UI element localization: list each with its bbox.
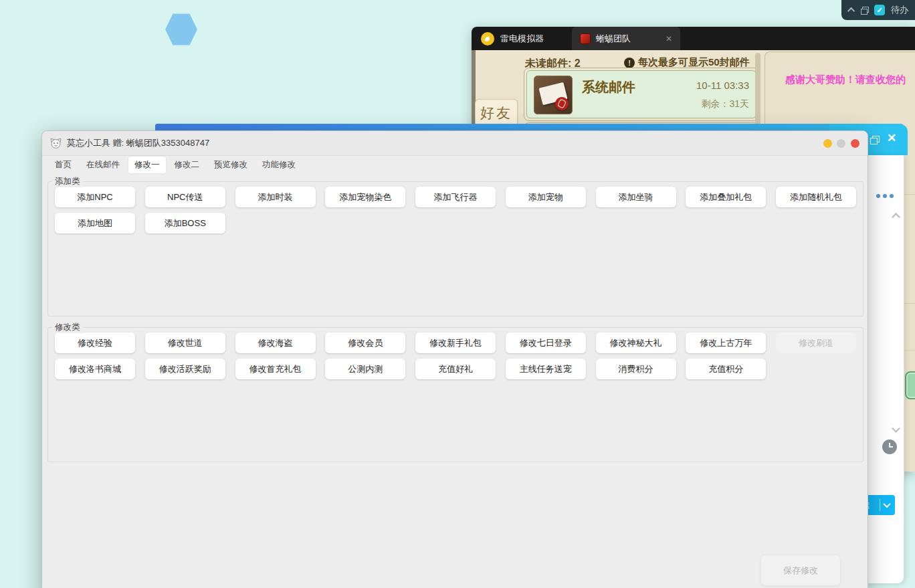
tool-action-button[interactable]: 修改上古万年 [686,332,766,353]
collapse-chevron-icon[interactable] [847,7,855,15]
save-changes-button: 保存修改 [761,555,840,585]
scroll-up-chevron-icon[interactable] [892,213,900,221]
mail-envelope-icon [534,76,573,114]
chat-maximize-icon[interactable] [870,136,878,143]
modify-buttons-grid: 修改经验修改世道修改海盗修改会员修改新手礼包修改七日登录修改神秘大礼修改上古万年… [48,328,863,384]
tool-action-button[interactable]: 充值积分 [686,359,766,379]
tool-action-button[interactable]: 添加地图 [55,213,135,233]
warning-icon: ! [624,58,635,68]
mail-list-scrollbar[interactable] [755,53,760,128]
tool-action-button[interactable]: 添加时装 [235,187,316,207]
tool-action-button[interactable]: 添加宠物染色 [325,187,405,207]
ldplayer-logo-icon [481,32,494,45]
add-buttons-grid: 添加NPCNPC传送添加时装添加宠物染色添加飞行器添加宠物添加坐骑添加叠加礼包添… [48,182,863,238]
game-app-icon [580,33,591,44]
tool-action-button[interactable]: 修改新手礼包 [415,332,496,353]
tool-action-button[interactable]: 充值好礼 [415,359,496,379]
tool-action-button[interactable]: 修改海盗 [235,332,316,353]
tool-action-button[interactable]: 添加宠物 [506,187,586,207]
tool-titlebar[interactable]: 莫忘小工具 赠: 蜥蜴团队3353048747 [42,131,868,156]
scroll-down-chevron-icon[interactable] [892,424,900,433]
mail-item-inner: 系统邮件 10-11 03:33 剩余：31天 [526,70,756,118]
tool-action-button[interactable]: 添加随机礼包 [776,187,856,207]
todo-check-icon[interactable]: ✓ [874,5,885,15]
group-label: 修改类 [52,322,83,333]
todo-label: 待办 [891,4,908,16]
tool-action-button[interactable]: 添加NPC [55,187,135,207]
tool-action-button[interactable]: 添加飞行器 [415,187,496,207]
emulator-tab-label: 蜥蜴团队 [596,33,666,45]
tool-action-button[interactable]: 修改首充礼包 [235,359,316,379]
tool-action-button[interactable]: 添加BOSS [145,213,225,233]
background-window-top-edge [155,124,903,130]
desktop-hexagon-icon [165,12,198,47]
tool-tab[interactable]: 修改一 [128,157,166,173]
minimize-button[interactable] [823,139,832,148]
tool-action-button[interactable]: 消费积分 [596,359,676,379]
tool-action-button[interactable]: 添加叠加礼包 [686,187,766,207]
mail-remaining-days: 剩余：31天 [701,98,749,110]
tool-action-button[interactable]: 修改世道 [145,332,225,353]
emulator-tab-lizard-team[interactable]: 蜥蜴团队 ✕ [572,27,680,50]
group-label: 添加类 [52,176,83,187]
tool-action-button[interactable]: 主线任务送宠 [506,359,586,379]
send-options-chevron-icon[interactable] [883,500,890,508]
send-button-divider [880,499,880,511]
tool-action-button[interactable]: 修改七日登录 [506,332,586,353]
more-options-icon[interactable] [876,194,894,198]
tool-action-button[interactable]: 修改会员 [325,332,405,353]
history-clock-icon[interactable] [882,439,897,454]
modify-category-group: 修改类 修改经验修改世道修改海盗修改会员修改新手礼包修改七日登录修改神秘大礼修改… [47,327,863,462]
mail-list-item[interactable]: 系统邮件 10-11 03:33 剩余：31天 [524,68,759,121]
close-button[interactable] [851,139,859,148]
maximize-button[interactable] [837,139,845,148]
tool-action-button[interactable]: 添加坐骑 [596,187,676,207]
tool-action-button[interactable]: 修改神秘大礼 [596,332,676,353]
tool-window: 莫忘小工具 赠: 蜥蜴团队3353048747 首页在线邮件修改一修改二预览修改… [41,130,868,588]
tool-tab[interactable]: 功能修改 [256,157,302,173]
tool-action-button[interactable]: 公测内测 [325,359,405,379]
tool-tab[interactable]: 首页 [49,157,78,173]
tool-action-button[interactable]: 修改经验 [55,332,135,353]
mail-date: 10-11 03:33 [696,80,749,91]
tool-tab[interactable]: 在线邮件 [80,157,126,173]
mail-title: 系统邮件 [582,78,635,96]
tab-close-icon[interactable]: ✕ [666,34,672,43]
tool-action-button: 修改刷道 [776,332,856,353]
friends-button[interactable]: 好友 [475,99,518,127]
add-category-group: 添加类 添加NPCNPC传送添加时装添加宠物染色添加飞行器添加宠物添加坐骑添加叠… [47,181,863,316]
tool-app-icon [50,138,62,149]
tool-tab[interactable]: 修改二 [169,157,206,173]
tool-tab-bar: 首页在线邮件修改一修改二预览修改功能修改 [42,156,868,174]
tool-action-button[interactable]: NPC传送 [145,187,225,207]
emulator-titlebar[interactable]: 雷电模拟器 蜥蜴团队 ✕ [472,27,915,50]
emulator-title: 雷电模拟器 [500,33,544,45]
tool-action-button[interactable]: 修改洛书商城 [55,359,135,379]
tool-tab[interactable]: 预览修改 [208,157,253,173]
restore-window-icon[interactable] [861,7,868,13]
paperclip-seal-icon [555,97,569,110]
mail-body-text: 感谢大哥赞助！请查收您的 [785,74,906,86]
todo-app-titlebar: ✓ 待办 [841,0,915,20]
tool-window-title: 莫忘小工具 赠: 蜥蜴团队3353048747 [67,137,209,149]
tool-action-button[interactable]: 修改活跃奖励 [145,359,225,379]
chat-close-icon[interactable]: ✕ [887,131,896,145]
